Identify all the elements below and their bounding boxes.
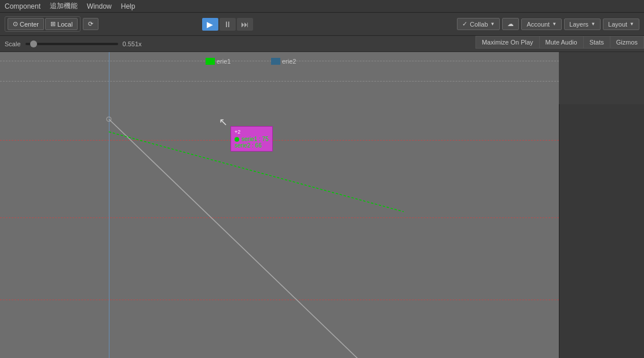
tooltip-header: +2 [235,129,269,135]
play-controls: ▶ ⏸ ⏭ [202,18,253,31]
main-viewport: erie1 erie2 +2 serie1 : 75 serie2 : 66 ↖ [0,52,559,358]
legend-serie2: erie2 [271,58,296,65]
layers-dropdown-arrow: ▼ [591,21,595,27]
serie1-label: erie1 [217,58,230,65]
account-dropdown-arrow: ▼ [552,21,557,27]
cloud-icon: ☁ [507,20,514,28]
tooltip-line2-container: serie2 : 66 [235,142,269,149]
serie1-color-box [206,58,215,65]
pause-icon: ⏸ [224,20,232,29]
legend-serie1: erie1 [206,58,230,65]
transform-button[interactable]: ⟳ [83,18,98,30]
serie2-color-box [271,58,280,65]
collab-button[interactable]: ✓ Collab ▼ [457,18,500,30]
toolbar: ⊙ Center ⊞ Local ⟳ ▶ ⏸ ⏭ ✓ Collab ▼ ☁ [0,13,644,36]
h-red-line-2 [0,217,559,218]
tooltip-serie2-value: serie2 : 66 [235,142,262,149]
serie2-label: erie2 [282,58,296,65]
cloud-button[interactable]: ☁ [502,18,519,30]
transform-group: ⊙ Center ⊞ Local [5,16,80,32]
scale-thumb[interactable] [30,40,37,47]
mute-audio-button[interactable]: Mute Audio [539,36,583,49]
pivot-icon: ⊙ [13,20,18,28]
action-bar: Maximize On Play Mute Audio Stats Gizmos [475,36,644,49]
scale-label: Scale [5,40,21,47]
stats-button[interactable]: Stats [583,36,610,49]
account-button[interactable]: Account ▼ [521,19,562,30]
local-button[interactable]: ⊞ Local [45,18,78,30]
pause-button[interactable]: ⏸ [219,18,236,31]
h-red-line-3 [0,300,559,300]
layout-button[interactable]: Layout ▼ [603,19,639,30]
menu-component[interactable]: Component [5,2,41,10]
layout-dropdown-arrow: ▼ [630,21,634,27]
gizmos-button[interactable]: Gizmos [610,36,644,49]
v-blue-line [109,52,109,358]
gray-diagonal-line [109,119,394,358]
tooltip-dot [235,137,239,142]
maximize-on-play-button[interactable]: Maximize On Play [475,36,539,49]
local-icon: ⊞ [50,20,56,28]
menu-bar: Component 追加機能 Window Help [0,0,644,13]
tooltip-serie1-value: serie1 : 75 [241,136,269,142]
step-icon: ⏭ [241,20,249,29]
h-grid-line-2 [0,81,559,82]
menu-features[interactable]: 追加機能 [50,1,78,11]
transform-icon: ⟳ [88,20,93,28]
play-icon: ▶ [207,20,213,29]
toolbar-right: ✓ Collab ▼ ☁ Account ▼ Layers ▼ Layout ▼ [457,18,639,30]
menu-window[interactable]: Window [87,2,112,10]
play-button[interactable]: ▶ [202,18,218,31]
tooltip: +2 serie1 : 75 serie2 : 66 [230,126,273,152]
collab-check-icon: ✓ [462,20,467,28]
content-area: erie1 erie2 +2 serie1 : 75 serie2 : 66 ↖ [0,52,644,358]
cursor-indicator: ↖ [219,116,228,128]
center-button[interactable]: ⊙ Center [8,18,44,30]
scale-value: 0.551x [123,40,142,47]
right-panel [559,104,644,358]
step-button[interactable]: ⏭ [237,18,253,31]
tooltip-line1-container: serie1 : 75 [235,136,269,142]
collab-dropdown-arrow: ▼ [491,21,495,27]
scale-slider[interactable] [25,43,118,45]
layers-button[interactable]: Layers ▼ [564,19,601,30]
h-red-line-1 [0,140,559,141]
menu-help[interactable]: Help [121,2,136,10]
diagonal-lines-svg [0,52,559,358]
